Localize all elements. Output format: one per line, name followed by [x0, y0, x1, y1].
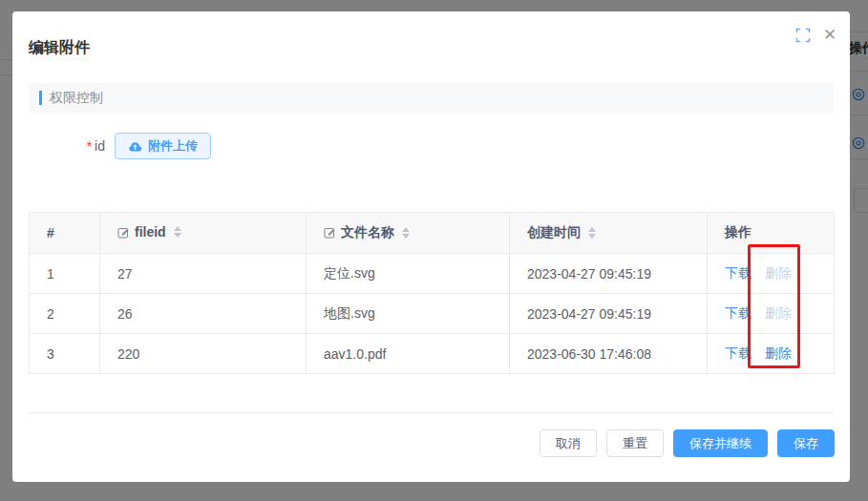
save-and-continue-button[interactable]: 保存并继续	[673, 429, 768, 457]
cell-actions: 下载删除	[708, 334, 835, 374]
cloud-upload-icon	[128, 139, 142, 154]
footer-divider	[29, 412, 834, 413]
column-header-created[interactable]: 创建时间	[510, 213, 708, 254]
cell-filename: 地图.svg	[307, 294, 510, 334]
cell-created: 2023-04-27 09:45:19	[510, 254, 708, 294]
section-accent-bar	[39, 91, 42, 105]
download-link[interactable]: 下载	[725, 265, 752, 281]
attachments-table: # fileid 文件名称	[29, 212, 835, 374]
id-form-row: *id 附件上传	[12, 133, 211, 159]
upload-button-label: 附件上传	[148, 137, 198, 155]
cancel-button[interactable]: 取消	[540, 429, 597, 457]
close-icon[interactable]: ✕	[820, 26, 839, 45]
section-permission-control: 权限控制	[29, 83, 834, 113]
sort-icon[interactable]	[402, 227, 410, 239]
table-row: 2 26 地图.svg 2023-04-27 09:45:19 下载删除	[30, 294, 835, 334]
cell-filename: aav1.0.pdf	[307, 334, 510, 374]
delete-link: 删除	[765, 305, 792, 321]
cell-created: 2023-04-27 09:45:19	[510, 294, 708, 334]
column-header-fileid[interactable]: fileid	[100, 213, 307, 254]
edit-column-icon[interactable]	[324, 226, 336, 239]
table-row: 3 220 aav1.0.pdf 2023-06-30 17:46:08 下载删…	[30, 334, 835, 374]
cell-fileid: 26	[100, 294, 307, 334]
sort-icon[interactable]	[174, 226, 181, 238]
column-header-actions: 操作	[708, 213, 835, 254]
id-field-label: *id	[12, 138, 105, 154]
reset-button[interactable]: 重置	[606, 429, 664, 457]
column-header-filename[interactable]: 文件名称	[307, 213, 510, 254]
attachment-upload-button[interactable]: 附件上传	[115, 133, 211, 159]
modal-footer: 取消 重置 保存并继续 保存	[29, 429, 835, 457]
edit-attachment-modal: 编辑附件 ✕ 权限控制 *id 附件上传 #	[12, 11, 850, 482]
cell-actions: 下载删除	[708, 254, 835, 294]
download-link[interactable]: 下载	[725, 345, 752, 361]
column-header-index: #	[30, 213, 100, 254]
cell-index: 1	[30, 254, 100, 294]
screen: 操作 编辑附件 ✕ 权限控制 *id 附件上传	[0, 0, 868, 501]
modal-title: 编辑附件	[29, 38, 90, 58]
download-link[interactable]: 下载	[725, 305, 752, 321]
cell-index: 2	[30, 294, 100, 334]
table-header-row: # fileid 文件名称	[30, 213, 835, 254]
cell-filename: 定位.svg	[307, 254, 510, 294]
cell-created: 2023-06-30 17:46:08	[510, 334, 708, 374]
cell-actions: 下载删除	[708, 294, 835, 334]
table-row: 1 27 定位.svg 2023-04-27 09:45:19 下载删除	[30, 254, 835, 294]
delete-link: 删除	[765, 265, 792, 281]
edit-column-icon[interactable]	[117, 226, 130, 239]
save-button[interactable]: 保存	[777, 429, 835, 457]
cell-fileid: 220	[100, 334, 307, 374]
cell-index: 3	[30, 334, 100, 374]
section-title: 权限控制	[50, 90, 103, 107]
required-asterisk: *	[87, 138, 92, 154]
delete-link[interactable]: 删除	[765, 345, 792, 361]
fullscreen-icon[interactable]	[795, 28, 813, 45]
sort-icon[interactable]	[588, 227, 596, 239]
cell-fileid: 27	[100, 254, 307, 294]
